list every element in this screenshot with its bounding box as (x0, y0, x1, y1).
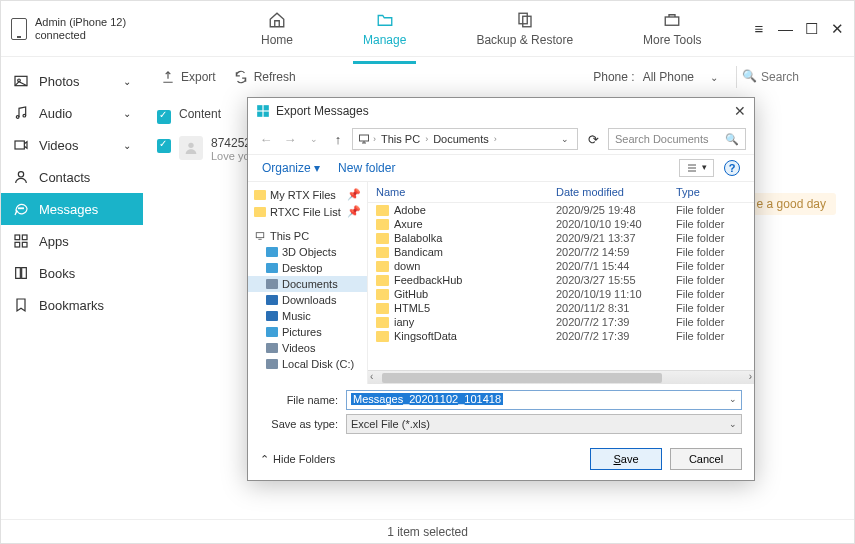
folder-icon (376, 317, 389, 328)
tree-node[interactable]: Videos (248, 340, 367, 356)
export-label: Export (181, 70, 216, 84)
photos-icon (13, 73, 29, 89)
sidebar-item-bookmarks[interactable]: Bookmarks (1, 289, 143, 321)
filename-input[interactable]: Messages_20201102_101418 ⌄ (346, 390, 742, 410)
file-row[interactable]: Adobe2020/9/25 19:48File folder (368, 203, 754, 217)
avatar-icon (179, 136, 203, 160)
refresh-icon (234, 70, 248, 84)
sidebar-item-apps[interactable]: Apps (1, 225, 143, 257)
filetype-value: Excel File (*.xls) (351, 418, 430, 430)
file-date: 2020/9/25 19:48 (556, 204, 676, 216)
tab-label: Home (261, 33, 293, 47)
file-row[interactable]: KingsoftData2020/7/2 17:39File folder (368, 329, 754, 343)
tree-node[interactable]: Desktop (248, 260, 367, 276)
file-name: iany (394, 316, 414, 328)
new-folder-button[interactable]: New folder (338, 161, 395, 175)
file-row[interactable]: Balabolka2020/9/21 13:37File folder (368, 231, 754, 245)
tree-node[interactable]: Local Disk (C:) (248, 356, 367, 372)
sidebar-item-messages[interactable]: Messages (1, 193, 143, 225)
nav-recent-icon[interactable]: ⌄ (304, 129, 324, 149)
file-row[interactable]: iany2020/7/2 17:39File folder (368, 315, 754, 329)
folder-icon (266, 247, 278, 257)
file-date: 2020/7/1 15:44 (556, 260, 676, 272)
nav-refresh-icon[interactable]: ⟳ (582, 128, 604, 150)
tree-node[interactable]: RTXC File List📌 (248, 203, 367, 220)
tab-backup[interactable]: Backup & Restore (466, 5, 583, 53)
checkbox-icon[interactable] (157, 139, 171, 153)
tree-node-label: My RTX Files (270, 189, 336, 201)
hide-folders-button[interactable]: ⌃ Hide Folders (260, 453, 335, 466)
view-mode-button[interactable]: ▾ (679, 159, 714, 177)
svg-rect-15 (22, 242, 27, 247)
file-date: 2020/10/19 11:10 (556, 288, 676, 300)
nav-up-icon[interactable]: ↑ (328, 129, 348, 149)
filetype-select[interactable]: Excel File (*.xls) ⌄ (346, 414, 742, 434)
path-dropdown-icon[interactable]: ⌄ (557, 134, 573, 144)
help-icon[interactable]: ? (724, 160, 740, 176)
folder-icon (374, 11, 396, 29)
file-row[interactable]: down2020/7/1 15:44File folder (368, 259, 754, 273)
scrollbar-thumb[interactable] (382, 373, 662, 383)
column-type[interactable]: Type (676, 186, 746, 198)
pc-icon (357, 133, 371, 145)
search-icon: 🔍 (725, 133, 739, 146)
address-bar[interactable]: › This PC › Documents › ⌄ (352, 128, 578, 150)
nav-back-icon[interactable]: ← (256, 129, 276, 149)
horizontal-scrollbar[interactable]: ‹ › (368, 370, 754, 384)
tree-node[interactable]: Music (248, 308, 367, 324)
cancel-button[interactable]: Cancel (670, 448, 742, 470)
sidebar-item-videos[interactable]: Videos ⌄ (1, 129, 143, 161)
folder-icon (254, 190, 266, 200)
file-row[interactable]: Bandicam2020/7/2 14:59File folder (368, 245, 754, 259)
tree-node[interactable]: Documents (248, 276, 367, 292)
checkbox-icon[interactable] (157, 110, 171, 124)
export-button[interactable]: Export (161, 70, 216, 84)
tree-node[interactable]: Pictures (248, 324, 367, 340)
svg-rect-21 (360, 135, 369, 141)
file-row[interactable]: FeedbackHub2020/3/27 15:55File folder (368, 273, 754, 287)
minimize-icon[interactable]: — (778, 22, 792, 36)
scroll-left-icon[interactable]: ‹ (370, 371, 373, 382)
file-row[interactable]: Axure2020/10/10 19:40File folder (368, 217, 754, 231)
phone-filter-select[interactable]: All Phone ⌄ (643, 70, 718, 84)
sidebar-item-books[interactable]: Books (1, 257, 143, 289)
file-row[interactable]: HTML52020/11/2 8:31File folder (368, 301, 754, 315)
tree-node[interactable]: My RTX Files📌 (248, 186, 367, 203)
close-icon[interactable]: ✕ (830, 22, 844, 36)
path-segment[interactable]: This PC (378, 133, 423, 145)
save-button[interactable]: Save (590, 448, 662, 470)
tab-home[interactable]: Home (251, 5, 303, 53)
tab-tools[interactable]: More Tools (633, 5, 711, 53)
tree-node[interactable]: 3D Objects (248, 244, 367, 260)
nav-forward-icon[interactable]: → (280, 129, 300, 149)
sidebar-item-audio[interactable]: Audio ⌄ (1, 97, 143, 129)
chevron-down-icon[interactable]: ⌄ (729, 394, 737, 404)
dialog-close-icon[interactable]: ✕ (734, 103, 746, 119)
menu-icon[interactable]: ≡ (752, 22, 766, 36)
svg-rect-19 (257, 112, 262, 117)
export-icon (161, 70, 175, 84)
scroll-right-icon[interactable]: › (749, 371, 752, 382)
message-bubble: e a good day (747, 193, 836, 215)
tree-node[interactable]: Downloads (248, 292, 367, 308)
tree-node-this-pc[interactable]: This PC (248, 228, 367, 244)
tree-node-label: Desktop (282, 262, 322, 274)
refresh-button[interactable]: Refresh (234, 70, 296, 84)
column-name[interactable]: Name (376, 186, 556, 198)
dialog-search-input[interactable]: Search Documents 🔍 (608, 128, 746, 150)
tree-node-label: This PC (270, 230, 309, 242)
column-date[interactable]: Date modified (556, 186, 676, 198)
organize-button[interactable]: Organize ▾ (262, 161, 320, 175)
path-segment[interactable]: Documents (430, 133, 492, 145)
sidebar-item-label: Books (39, 266, 75, 281)
tab-manage[interactable]: Manage (353, 5, 416, 53)
file-row[interactable]: GitHub2020/10/19 11:10File folder (368, 287, 754, 301)
home-icon (266, 11, 288, 29)
sidebar-item-label: Videos (39, 138, 79, 153)
sidebar-item-photos[interactable]: Photos ⌄ (1, 65, 143, 97)
tree-node-label: RTXC File List (270, 206, 341, 218)
maximize-icon[interactable]: ☐ (804, 22, 818, 36)
sidebar-item-contacts[interactable]: Contacts (1, 161, 143, 193)
svg-rect-12 (15, 235, 20, 240)
sidebar-item-label: Apps (39, 234, 69, 249)
